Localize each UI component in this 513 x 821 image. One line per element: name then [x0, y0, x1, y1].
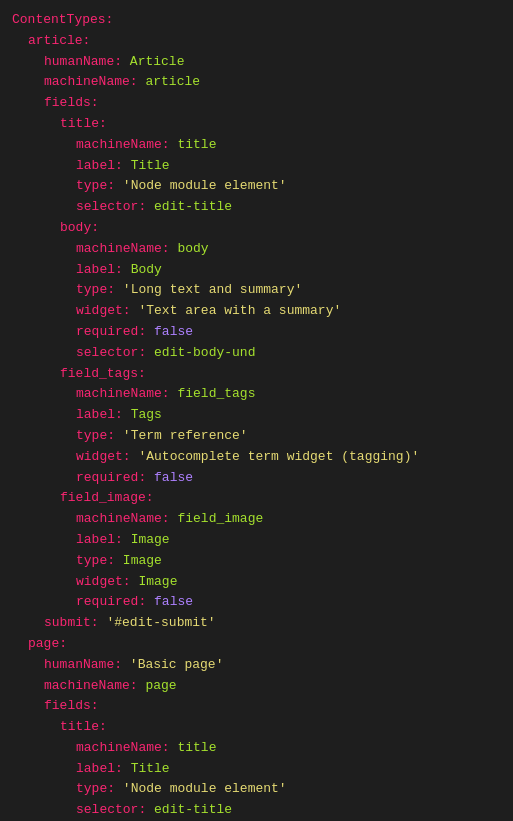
code-token-key: field_image: [60, 490, 154, 505]
code-line: type: Image [12, 551, 501, 572]
code-line: ContentTypes: [12, 10, 501, 31]
code-token-string: 'Autocomplete term widget (tagging)' [138, 449, 419, 464]
code-display: ContentTypes:article:humanName: Articlem… [12, 10, 501, 821]
code-token-bare: article [145, 74, 200, 89]
code-line: submit: '#edit-submit' [12, 613, 501, 634]
code-token-bare: Article [130, 54, 185, 69]
code-token-key: selector: [76, 802, 146, 817]
code-token-key: machineName: [76, 386, 170, 401]
code-line: required: false [12, 468, 501, 489]
code-line: label: Body [12, 260, 501, 281]
code-token-bare: title [177, 137, 216, 152]
code-token-string: 'Text area with a summary' [138, 303, 341, 318]
code-token-bare: Image [131, 532, 170, 547]
code-token-string: 'Node module element' [123, 178, 287, 193]
code-token-key: type: [76, 178, 115, 193]
code-token-key: humanName: [44, 54, 122, 69]
code-token-bare: edit-body-und [154, 345, 255, 360]
code-token-key: humanName: [44, 657, 122, 672]
code-line: label: Tags [12, 405, 501, 426]
code-token-bare: edit-title [154, 802, 232, 817]
code-token-key: machineName: [44, 74, 138, 89]
code-line: machineName: page [12, 676, 501, 697]
code-line: type: 'Node module element' [12, 176, 501, 197]
code-token-key: machineName: [76, 511, 170, 526]
code-token-string: 'Basic page' [130, 657, 224, 672]
code-token-key: submit: [44, 615, 99, 630]
code-line: field_image: [12, 488, 501, 509]
code-line: type: 'Long text and summary' [12, 280, 501, 301]
code-token-bool: false [154, 470, 193, 485]
code-token-key: label: [76, 158, 123, 173]
code-token-key: machineName: [76, 137, 170, 152]
code-line: fields: [12, 696, 501, 717]
code-token-key: type: [76, 428, 115, 443]
code-token-key: label: [76, 407, 123, 422]
code-token-key: type: [76, 282, 115, 297]
code-token-bare: edit-title [154, 199, 232, 214]
code-line: label: Title [12, 156, 501, 177]
code-token-bool: false [154, 324, 193, 339]
code-token-string: '#edit-submit' [106, 615, 215, 630]
code-line: widget: Image [12, 572, 501, 593]
code-token-key: required: [76, 324, 146, 339]
code-token-key: required: [76, 594, 146, 609]
code-line: label: Image [12, 530, 501, 551]
code-token-key: fields: [44, 95, 99, 110]
code-token-bare: field_image [177, 511, 263, 526]
code-line: selector: edit-title [12, 800, 501, 821]
code-token-key: body: [60, 220, 99, 235]
code-token-key: ContentTypes: [12, 12, 113, 27]
code-token-key: page: [28, 636, 67, 651]
code-token-bare: field_tags [177, 386, 255, 401]
code-line: machineName: body [12, 239, 501, 260]
code-token-string: 'Long text and summary' [123, 282, 302, 297]
code-token-bare: Tags [131, 407, 162, 422]
code-token-key: selector: [76, 199, 146, 214]
code-token-key: label: [76, 262, 123, 277]
code-line: machineName: title [12, 135, 501, 156]
code-line: selector: edit-title [12, 197, 501, 218]
code-line: humanName: 'Basic page' [12, 655, 501, 676]
code-line: title: [12, 717, 501, 738]
code-token-key: widget: [76, 574, 131, 589]
code-token-key: selector: [76, 345, 146, 360]
code-line: article: [12, 31, 501, 52]
code-token-string: 'Node module element' [123, 781, 287, 796]
code-token-key: type: [76, 781, 115, 796]
code-token-key: required: [76, 470, 146, 485]
code-token-key: article: [28, 33, 90, 48]
code-line: widget: 'Text area with a summary' [12, 301, 501, 322]
code-token-key: label: [76, 761, 123, 776]
code-token-bare: Image [138, 574, 177, 589]
code-line: humanName: Article [12, 52, 501, 73]
code-line: body: [12, 218, 501, 239]
code-token-bare: Body [131, 262, 162, 277]
code-line: field_tags: [12, 364, 501, 385]
code-line: label: Title [12, 759, 501, 780]
code-token-key: field_tags: [60, 366, 146, 381]
code-line: machineName: field_tags [12, 384, 501, 405]
code-line: type: 'Term reference' [12, 426, 501, 447]
code-token-bare: Title [131, 761, 170, 776]
code-line: required: false [12, 592, 501, 613]
code-token-key: title: [60, 719, 107, 734]
code-token-bare: page [145, 678, 176, 693]
code-token-key: widget: [76, 303, 131, 318]
code-token-key: machineName: [44, 678, 138, 693]
code-line: page: [12, 634, 501, 655]
code-token-bare: Title [131, 158, 170, 173]
code-token-key: machineName: [76, 241, 170, 256]
code-line: machineName: article [12, 72, 501, 93]
code-line: selector: edit-body-und [12, 343, 501, 364]
code-token-bare: body [177, 241, 208, 256]
code-token-bare: Image [123, 553, 162, 568]
code-line: fields: [12, 93, 501, 114]
code-token-key: machineName: [76, 740, 170, 755]
code-token-key: fields: [44, 698, 99, 713]
code-token-key: label: [76, 532, 123, 547]
code-line: title: [12, 114, 501, 135]
code-line: machineName: field_image [12, 509, 501, 530]
code-token-key: widget: [76, 449, 131, 464]
code-token-key: type: [76, 553, 115, 568]
